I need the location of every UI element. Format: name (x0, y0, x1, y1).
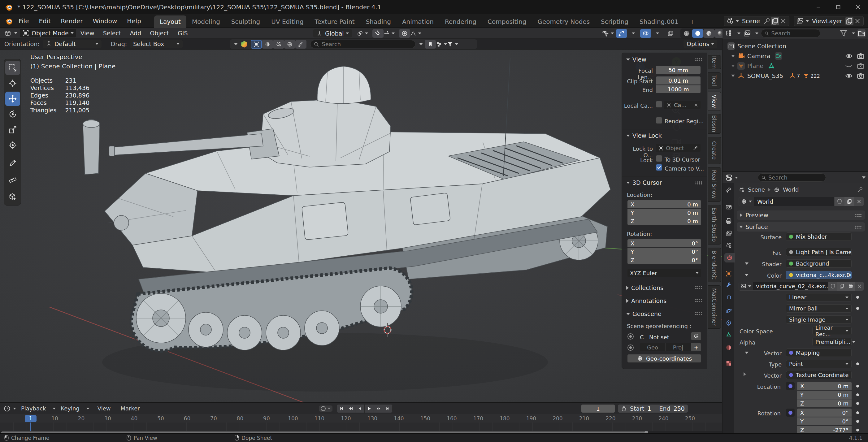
cursor-loc-y[interactable]: Y0 m (627, 209, 701, 217)
properties-tab-modifiers[interactable] (724, 281, 734, 290)
n-panel-tab-view[interactable]: View (708, 92, 721, 111)
view-section-grip[interactable] (695, 58, 703, 61)
rotation-socket-button[interactable] (786, 409, 795, 417)
prop-loc-z[interactable]: Z0 m (797, 399, 851, 407)
shading-material-button[interactable] (703, 29, 714, 38)
properties-editor-chevron[interactable] (735, 177, 738, 179)
tool-measure[interactable] (5, 171, 20, 186)
n-panel-tab-blenderkit[interactable]: BlenderKit (708, 248, 721, 282)
menu-gis[interactable]: GIS (173, 30, 192, 36)
n-panel-tab-create[interactable]: Create (708, 137, 721, 164)
outliner-row-somua[interactable]: SOMUA_S35 7 222 (722, 71, 868, 81)
alpha-dropdown[interactable]: Premultipli... (812, 338, 851, 346)
tab-layout[interactable]: Layout (154, 15, 186, 28)
menu-edit[interactable]: Edit (34, 17, 56, 25)
asset-type-scene-button[interactable] (273, 40, 284, 49)
lock-to-cursor-checkbox[interactable] (656, 155, 662, 162)
outliner-funnel-icon[interactable] (839, 29, 847, 37)
prop-rot-y[interactable]: Y0° (797, 417, 851, 425)
shader-value-field[interactable]: Background (786, 259, 851, 268)
editor-type-icon[interactable] (3, 29, 12, 37)
cursor-rot-z[interactable]: Z0° (627, 256, 701, 264)
image-pack-button[interactable] (846, 282, 855, 291)
drag-dropdown[interactable]: Select Box (130, 40, 183, 48)
tool-add-primitive[interactable] (5, 189, 20, 204)
close-button[interactable] (848, 0, 868, 14)
tab-geometry-nodes[interactable]: Geometry Nodes (532, 15, 595, 28)
prop-loc-y[interactable]: Y0 m (797, 390, 851, 399)
properties-tab-particles[interactable] (724, 293, 734, 302)
n-panel-tab-blosm[interactable]: Blosm (708, 114, 721, 134)
cursor-euler-dropdown[interactable]: XYZ Euler (627, 269, 701, 277)
viewlayer-selector[interactable]: ViewLayer (794, 16, 864, 26)
prop-loc-x[interactable]: X0 m (797, 382, 851, 390)
gizmos-dropdown[interactable] (628, 29, 637, 38)
tab-scripting[interactable]: Scripting (595, 15, 634, 28)
outliner-filter-id-icon[interactable] (743, 29, 751, 37)
shading-solid-button[interactable] (692, 29, 703, 38)
somua-expander[interactable] (731, 74, 735, 77)
snap-settings-dropdown[interactable] (383, 29, 395, 38)
mode-dropdown[interactable]: Object Mode (20, 29, 76, 37)
new-collection-button[interactable] (858, 29, 866, 37)
menu-select[interactable]: Select (99, 30, 126, 36)
gizmos-toggle[interactable] (616, 29, 627, 38)
outliner-search-input[interactable] (771, 30, 817, 36)
collections-grip[interactable] (695, 286, 703, 289)
menu-view[interactable]: View (76, 30, 99, 36)
plane-render-disabled-icon[interactable] (857, 62, 864, 70)
new-scene-icon[interactable] (771, 17, 779, 25)
menu-file[interactable]: File (13, 17, 34, 25)
properties-tab-tool[interactable] (724, 186, 734, 195)
new-viewlayer-icon[interactable] (845, 17, 854, 25)
visibility-dropdown[interactable] (600, 29, 615, 38)
outliner-row-camera[interactable]: Camera (722, 52, 868, 61)
scene-selector[interactable]: Scene (724, 16, 789, 26)
geo-button[interactable]: Geo (640, 343, 665, 351)
properties-search[interactable] (758, 173, 826, 182)
outliner-search[interactable] (761, 29, 820, 37)
jump-to-start-button[interactable] (337, 405, 346, 413)
geo-coordinates-button[interactable]: Geo-coordinates (627, 354, 701, 362)
unlink-world-button[interactable] (855, 197, 864, 206)
fac-value-field[interactable]: Light Path | Is Camer... (786, 248, 851, 256)
snap-toggle[interactable] (372, 29, 383, 38)
search-history-chevron[interactable] (419, 43, 423, 45)
image-browse-button[interactable] (739, 282, 753, 291)
properties-tab-data[interactable] (724, 330, 734, 339)
next-keyframe-button[interactable] (374, 405, 383, 413)
collections-section-header[interactable]: Collections (626, 284, 663, 291)
timeline-editor-chevron[interactable] (13, 408, 16, 410)
camera-to-view-checkbox[interactable] (656, 164, 662, 170)
source-dropdown[interactable]: Single Image (786, 315, 851, 324)
tool-scale[interactable] (5, 123, 20, 137)
properties-tab-scene[interactable] (724, 241, 734, 250)
cursor-loc-z[interactable]: Z0 m (627, 217, 701, 225)
asset-type-brush-button[interactable] (295, 40, 307, 49)
plane-hidden-icon[interactable] (845, 62, 852, 70)
playhead-badge[interactable]: 1 (25, 415, 36, 422)
tab-modeling[interactable]: Modeling (186, 15, 226, 28)
categories-dropdown[interactable] (436, 40, 447, 49)
render-region-checkbox[interactable] (656, 117, 662, 124)
tab-rendering[interactable]: Rendering (439, 15, 482, 28)
lock-object-field[interactable]: Object (656, 144, 701, 152)
properties-tab-view-layer[interactable] (724, 229, 734, 238)
camera-render-icon[interactable] (857, 52, 864, 60)
camera-expander[interactable] (731, 55, 735, 57)
asset-type-material-button[interactable] (262, 40, 273, 49)
interpolation-dropdown[interactable]: Linear (786, 293, 851, 302)
outliner-filter-id-chevron[interactable] (755, 32, 758, 34)
breadcrumb-scene[interactable]: Scene (748, 186, 765, 193)
proj-button[interactable]: Proj (665, 343, 691, 351)
image-copy-button[interactable] (837, 282, 846, 291)
tab-animation[interactable]: Animation (397, 15, 439, 28)
n-panel-tab-real-snow[interactable]: Real Snow (708, 167, 721, 202)
projection-dropdown[interactable]: Mirror Ball (786, 304, 851, 313)
local-camera-checkbox[interactable] (656, 101, 662, 107)
annotations-section-header[interactable]: Annotations (626, 297, 666, 304)
playhead-line[interactable] (30, 422, 31, 431)
cursor-section-grip[interactable] (695, 181, 703, 185)
properties-search-input[interactable] (768, 174, 823, 181)
asset-type-model-button[interactable] (251, 40, 262, 49)
